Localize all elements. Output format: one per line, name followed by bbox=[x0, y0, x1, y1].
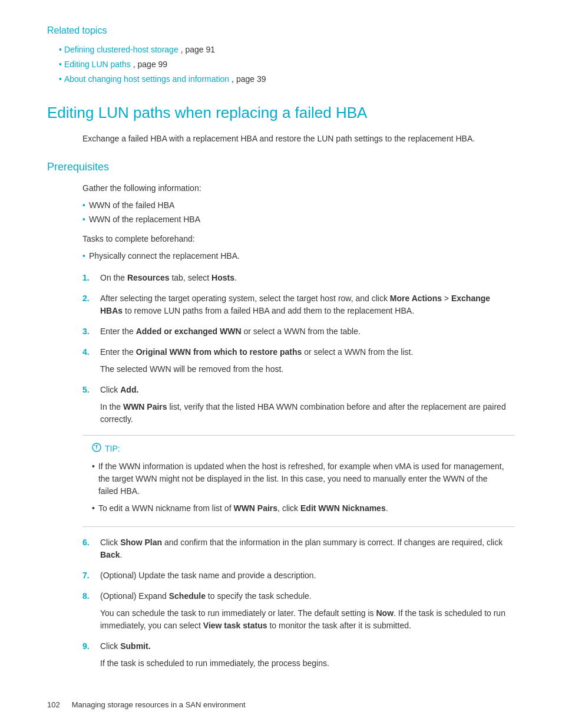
tip-item-1-text: If the WWN information is updated when t… bbox=[98, 460, 505, 498]
gather-item-2: WWN of the replacement HBA bbox=[82, 213, 515, 226]
steps-continued-list: 6. Click Show Plan and confirm that the … bbox=[82, 536, 515, 670]
tasks-label: Tasks to complete beforehand: bbox=[82, 233, 515, 245]
tip-item-1: If the WWN information is updated when t… bbox=[92, 460, 505, 498]
step-9-sub: If the task is scheduled to run immediat… bbox=[100, 657, 515, 670]
related-topic-page-2: , page 99 bbox=[133, 58, 167, 71]
step-1-content: On the Resources tab, select Hosts. bbox=[100, 272, 515, 284]
step-7-number: 7. bbox=[82, 569, 94, 582]
footer-description: Managing storage resources in a SAN envi… bbox=[72, 699, 246, 711]
step-1-number: 1. bbox=[82, 272, 94, 284]
prerequisites-heading: Prerequisites bbox=[47, 159, 515, 175]
related-topic-3: About changing host settings and informa… bbox=[59, 73, 515, 85]
step-5-content: Click Add. In the WWN Pairs list, verify… bbox=[100, 384, 515, 426]
tip-item-2: To edit a WWN nickname from list of WWN … bbox=[92, 502, 505, 515]
tip-label: TIP: bbox=[105, 443, 120, 455]
related-topic-page-3: , page 39 bbox=[232, 73, 266, 85]
intro-text: Exchange a failed HBA with a replacement… bbox=[82, 133, 515, 145]
svg-point-2 bbox=[96, 448, 97, 449]
step-3-number: 3. bbox=[82, 325, 94, 338]
step-8-content: (Optional) Expand Schedule to specify th… bbox=[100, 590, 515, 632]
related-topic-link-1[interactable]: Defining clustered-host storage bbox=[64, 44, 178, 56]
page-container: Related topics Defining clustered-host s… bbox=[0, 0, 562, 728]
step-1: 1. On the Resources tab, select Hosts. bbox=[82, 272, 515, 284]
gather-list: WWN of the failed HBA WWN of the replace… bbox=[82, 199, 515, 226]
tip-item-2-text: To edit a WWN nickname from list of WWN … bbox=[98, 502, 388, 515]
step-3-content: Enter the Added or exchanged WWN or sele… bbox=[100, 325, 515, 338]
step-2: 2. After selecting the target operating … bbox=[82, 292, 515, 317]
related-topics-list: Defining clustered-host storage , page 9… bbox=[59, 44, 515, 85]
related-topic-2: Editing LUN paths , page 99 bbox=[59, 58, 515, 71]
step-6-number: 6. bbox=[82, 536, 94, 549]
step-9-content: Click Submit. If the task is scheduled t… bbox=[100, 640, 515, 670]
step-2-content: After selecting the target operating sys… bbox=[100, 292, 515, 317]
step-7-content: (Optional) Update the task name and prov… bbox=[100, 569, 515, 582]
step-5: 5. Click Add. In the WWN Pairs list, ver… bbox=[82, 384, 515, 426]
prerequisites-content: Gather the following information: WWN of… bbox=[82, 182, 515, 670]
tip-header: TIP: bbox=[92, 443, 505, 456]
step-7: 7. (Optional) Update the task name and p… bbox=[82, 569, 515, 582]
tip-box: TIP: If the WWN information is updated w… bbox=[82, 435, 515, 527]
step-4-number: 4. bbox=[82, 346, 94, 358]
step-3: 3. Enter the Added or exchanged WWN or s… bbox=[82, 325, 515, 338]
step-8: 8. (Optional) Expand Schedule to specify… bbox=[82, 590, 515, 632]
footer: 102 Managing storage resources in a SAN … bbox=[47, 699, 515, 711]
step-5-sub: In the WWN Pairs list, verify that the l… bbox=[100, 401, 515, 426]
steps-list: 1. On the Resources tab, select Hosts. 2… bbox=[82, 272, 515, 426]
main-heading: Editing LUN paths when replacing a faile… bbox=[47, 103, 515, 123]
tasks-list: Physically connect the replacement HBA. bbox=[82, 250, 515, 262]
step-8-number: 8. bbox=[82, 590, 94, 602]
related-topic-page-1: , page 91 bbox=[181, 44, 215, 56]
related-topic-1: Defining clustered-host storage , page 9… bbox=[59, 44, 515, 56]
step-4-content: Enter the Original WWN from which to res… bbox=[100, 346, 515, 375]
step-8-sub: You can schedule the task to run immedia… bbox=[100, 607, 515, 632]
step-5-number: 5. bbox=[82, 384, 94, 396]
footer-page-number: 102 bbox=[47, 699, 60, 711]
step-4: 4. Enter the Original WWN from which to … bbox=[82, 346, 515, 375]
tip-list: If the WWN information is updated when t… bbox=[92, 460, 505, 515]
related-topic-link-2[interactable]: Editing LUN paths bbox=[64, 58, 131, 71]
step-6-content: Click Show Plan and confirm that the inf… bbox=[100, 536, 515, 561]
step-6: 6. Click Show Plan and confirm that the … bbox=[82, 536, 515, 561]
step-4-sub: The selected WWN will be removed from th… bbox=[100, 363, 515, 375]
tip-icon bbox=[92, 443, 101, 456]
related-topics-heading: Related topics bbox=[47, 24, 515, 38]
gather-item-1: WWN of the failed HBA bbox=[82, 199, 515, 212]
related-topic-link-3[interactable]: About changing host settings and informa… bbox=[64, 73, 229, 85]
gather-label: Gather the following information: bbox=[82, 182, 515, 195]
step-9: 9. Click Submit. If the task is schedule… bbox=[82, 640, 515, 670]
step-9-number: 9. bbox=[82, 640, 94, 653]
tasks-item-1: Physically connect the replacement HBA. bbox=[82, 250, 515, 262]
step-2-number: 2. bbox=[82, 292, 94, 305]
